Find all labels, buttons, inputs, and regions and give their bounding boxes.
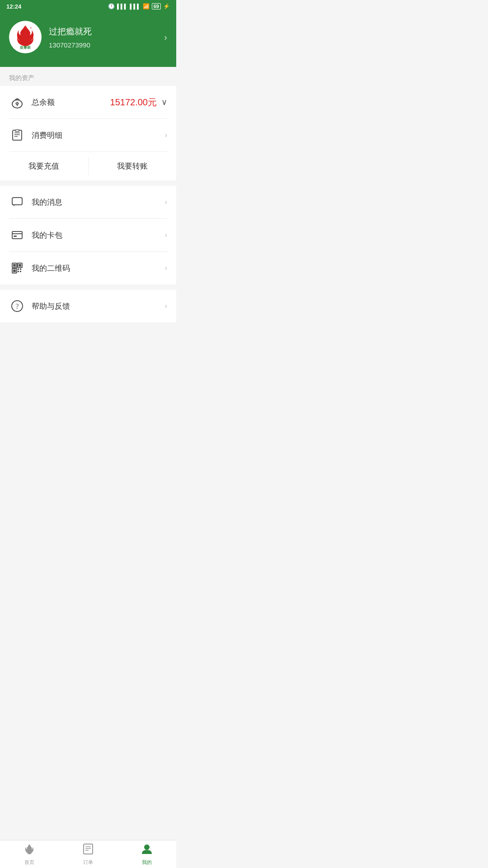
- profile-phone: 13070273990: [49, 41, 92, 49]
- money-bag-icon: [9, 94, 25, 110]
- section-gap-2: [0, 284, 176, 290]
- consumption-row[interactable]: 消费明细 ›: [0, 119, 176, 151]
- balance-row[interactable]: 总余额 15172.00元 ∨: [0, 86, 176, 118]
- messages-label: 我的消息: [32, 197, 165, 208]
- balance-amount: 15172.00元: [110, 96, 157, 108]
- svg-rect-13: [14, 236, 17, 237]
- help-row[interactable]: ? 帮助与反馈 ›: [0, 290, 176, 322]
- svg-text:炊事班: 炊事班: [19, 46, 31, 50]
- qrcode-label: 我的二维码: [32, 263, 165, 274]
- svg-rect-19: [13, 269, 16, 272]
- profile-info: 过把瘾就死 13070273990: [49, 26, 92, 49]
- wallet-chevron-icon: ›: [165, 231, 167, 239]
- balance-expand-icon[interactable]: ∨: [161, 97, 167, 107]
- svg-rect-23: [20, 271, 21, 272]
- svg-rect-9: [15, 130, 19, 132]
- recharge-button[interactable]: 我要充值: [0, 152, 88, 180]
- balance-card: 总余额 15172.00元 ∨ 消费明细 › 我要充值 我要转账: [0, 86, 176, 180]
- help-chevron-icon: ›: [165, 302, 167, 310]
- message-icon: [9, 194, 25, 210]
- balance-label: 总余额: [32, 97, 110, 108]
- qrcode-row[interactable]: 我的二维码 ›: [0, 252, 176, 284]
- help-icon: ?: [9, 298, 25, 314]
- profile-header[interactable]: ® 炊事班 过把瘾就死 13070273990 ›: [0, 13, 176, 67]
- svg-rect-22: [18, 271, 19, 272]
- help-card: ? 帮助与反馈 ›: [0, 290, 176, 322]
- wifi-icon: 📶: [143, 3, 150, 9]
- signal-icon-2: ▌▌▌: [130, 4, 140, 9]
- wallet-label: 我的卡包: [32, 230, 165, 241]
- svg-rect-11: [12, 231, 22, 239]
- transfer-button[interactable]: 我要转账: [89, 152, 177, 180]
- messages-row[interactable]: 我的消息 ›: [0, 186, 176, 218]
- signal-icon: ▌▌▌: [117, 4, 127, 9]
- battery-label: 69: [152, 3, 161, 9]
- svg-text:?: ?: [15, 302, 19, 310]
- consumption-chevron-icon: ›: [165, 131, 167, 139]
- help-label: 帮助与反馈: [32, 301, 165, 311]
- action-buttons-row: 我要充值 我要转账: [0, 152, 176, 180]
- qrcode-icon: [9, 260, 25, 276]
- wallet-row[interactable]: 我的卡包 ›: [0, 219, 176, 251]
- section-gap-1: [0, 180, 176, 186]
- svg-rect-20: [18, 269, 19, 270]
- status-bar: 12:24 🕐 ▌▌▌ ▌▌▌ 📶 69 ⚡: [0, 0, 176, 13]
- battery-icon: ⚡: [163, 3, 170, 9]
- svg-rect-15: [13, 264, 16, 267]
- avatar: ® 炊事班: [9, 21, 42, 53]
- card-icon: [9, 227, 25, 243]
- svg-rect-10: [12, 198, 22, 205]
- profile-name: 过把瘾就死: [49, 26, 92, 38]
- svg-text:®: ®: [30, 27, 32, 29]
- status-icons: 🕐 ▌▌▌ ▌▌▌ 📶 69 ⚡: [108, 3, 170, 9]
- status-time: 12:24: [6, 3, 21, 10]
- assets-section-label: 我的资产: [0, 67, 176, 86]
- svg-rect-21: [20, 269, 21, 270]
- qrcode-chevron-icon: ›: [165, 264, 167, 272]
- svg-rect-17: [19, 264, 21, 267]
- messages-card: 我的消息 › 我的卡包 ›: [0, 186, 176, 284]
- profile-chevron-icon[interactable]: ›: [164, 32, 167, 42]
- bill-icon: [9, 127, 25, 143]
- messages-chevron-icon: ›: [165, 198, 167, 206]
- avatar-logo-icon: ® 炊事班: [10, 22, 41, 52]
- alarm-icon: 🕐: [108, 3, 115, 9]
- consumption-label: 消费明细: [32, 130, 165, 141]
- profile-left: ® 炊事班 过把瘾就死 13070273990: [9, 21, 92, 53]
